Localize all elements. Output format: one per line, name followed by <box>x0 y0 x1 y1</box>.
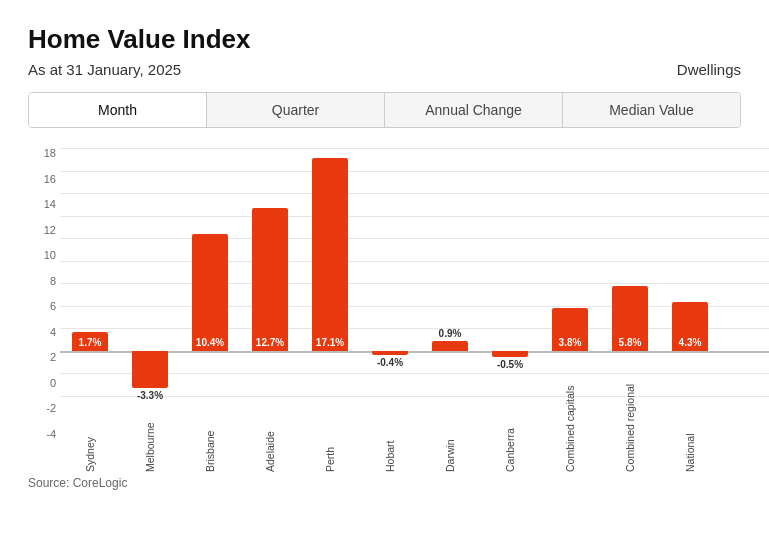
bar-brisbane: 10.4% <box>192 234 228 351</box>
bar-combined-capitals: 3.8% <box>552 308 588 351</box>
bar-darwin: 0.9% <box>432 341 468 351</box>
bar-group-sydney: 1.7%Sydney <box>72 148 108 396</box>
tab-quarter[interactable]: Quarter <box>207 93 385 127</box>
source-label: Source: CoreLogic <box>28 476 741 490</box>
bar-group-national: 4.3%National <box>672 148 708 396</box>
y-label-0: 0 <box>50 378 56 389</box>
y-label-neg2: -2 <box>46 403 56 414</box>
bar-melbourne: -3.3% <box>132 351 168 388</box>
dwellings-label: Dwellings <box>677 61 741 78</box>
bar-group-hobart: -0.4%Hobart <box>372 148 408 396</box>
bar-perth: 17.1% <box>312 158 348 351</box>
bar-label-darwin: 0.9% <box>439 328 462 339</box>
page-title: Home Value Index <box>28 24 741 55</box>
y-label-2: 2 <box>50 352 56 363</box>
x-label-perth: Perth <box>324 404 336 472</box>
bar-group-adelaide: 12.7%Adelaide <box>252 148 288 396</box>
x-label-melbourne: Melbourne <box>144 404 156 472</box>
grid-line <box>60 396 769 397</box>
bar-label-hobart: -0.4% <box>377 357 403 368</box>
x-label-combined-capitals: Combined capitals <box>564 404 576 472</box>
tab-month[interactable]: Month <box>29 93 207 127</box>
bar-label-canberra: -0.5% <box>497 359 523 370</box>
x-label-hobart: Hobart <box>384 404 396 472</box>
x-label-canberra: Canberra <box>504 404 516 472</box>
bar-group-perth: 17.1%Perth <box>312 148 348 396</box>
y-axis: 18 16 14 12 10 8 6 4 2 0 -2 -4 <box>28 148 56 440</box>
bar-label-perth: 17.1% <box>316 337 344 348</box>
y-label-16: 16 <box>44 174 56 185</box>
x-label-national: National <box>684 404 696 472</box>
subtitle: As at 31 January, 2025 <box>28 61 181 78</box>
tab-annual-change[interactable]: Annual Change <box>385 93 563 127</box>
y-label-4: 4 <box>50 327 56 338</box>
tabs-container: Month Quarter Annual Change Median Value <box>28 92 741 128</box>
y-label-12: 12 <box>44 225 56 236</box>
bar-label-national: 4.3% <box>679 337 702 348</box>
bar-label-melbourne: -3.3% <box>137 390 163 401</box>
bar-group-canberra: -0.5%Canberra <box>492 148 528 396</box>
bar-sydney: 1.7% <box>72 332 108 351</box>
x-label-darwin: Darwin <box>444 404 456 472</box>
y-label-neg4: -4 <box>46 429 56 440</box>
tab-median-value[interactable]: Median Value <box>563 93 740 127</box>
bar-label-sydney: 1.7% <box>79 337 102 348</box>
y-label-10: 10 <box>44 250 56 261</box>
y-label-6: 6 <box>50 301 56 312</box>
bar-adelaide: 12.7% <box>252 208 288 351</box>
bar-combined-regional: 5.8% <box>612 286 648 351</box>
bar-label-combined-capitals: 3.8% <box>559 337 582 348</box>
bar-label-combined-regional: 5.8% <box>619 337 642 348</box>
bar-national: 4.3% <box>672 302 708 350</box>
bar-group-brisbane: 10.4%Brisbane <box>192 148 228 396</box>
y-label-14: 14 <box>44 199 56 210</box>
bar-group-combined-capitals: 3.8%Combined capitals <box>552 148 588 396</box>
x-label-brisbane: Brisbane <box>204 404 216 472</box>
chart-area: 18 16 14 12 10 8 6 4 2 0 -2 -4 1.7%Sydne… <box>28 148 741 468</box>
x-label-combined-regional: Combined regional <box>624 404 636 472</box>
x-label-adelaide: Adelaide <box>264 404 276 472</box>
x-label-sydney: Sydney <box>84 404 96 472</box>
bar-label-adelaide: 12.7% <box>256 337 284 348</box>
bar-hobart: -0.4% <box>372 351 408 356</box>
chart-inner: 1.7%Sydney-3.3%Melbourne10.4%Brisbane12.… <box>60 148 769 471</box>
y-label-18: 18 <box>44 148 56 159</box>
y-label-8: 8 <box>50 276 56 287</box>
bar-group-melbourne: -3.3%Melbourne <box>132 148 168 396</box>
bar-label-brisbane: 10.4% <box>196 337 224 348</box>
bar-canberra: -0.5% <box>492 351 528 357</box>
bar-group-combined-regional: 5.8%Combined regional <box>612 148 648 396</box>
bar-group-darwin: 0.9%Darwin <box>432 148 468 396</box>
